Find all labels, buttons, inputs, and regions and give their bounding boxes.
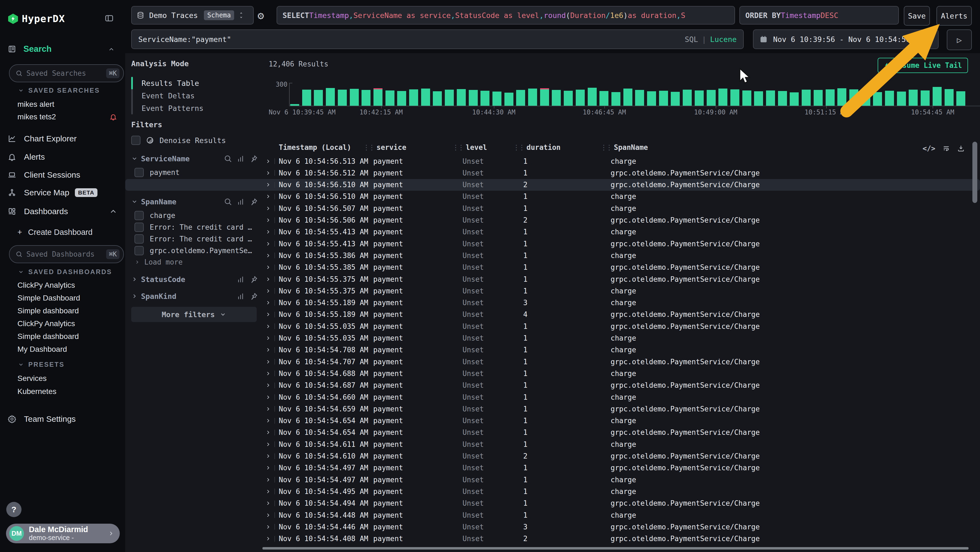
saved-search-item[interactable]: mikes tets2 bbox=[18, 112, 56, 122]
resume-live-tail-button[interactable]: Resume Live Tail bbox=[878, 58, 968, 73]
histogram-bar[interactable] bbox=[718, 89, 727, 106]
column-header-duration[interactable]: ⋮⋮duration bbox=[513, 143, 560, 152]
table-row[interactable]: Nov 6 10:54:56.506 AMpaymentUnset2grpc.o… bbox=[125, 214, 980, 226]
histogram-bar[interactable] bbox=[374, 89, 382, 106]
search-query-input[interactable]: ServiceName:"payment" SQL | Lucene bbox=[131, 29, 744, 49]
histogram-bar[interactable] bbox=[540, 89, 549, 106]
table-row[interactable]: Nov 6 10:54:55.375 AMpaymentUnset1grpc.o… bbox=[125, 273, 980, 285]
saved-dashboard-item[interactable]: ClickPy Analytics bbox=[18, 280, 75, 291]
histogram-bar[interactable] bbox=[742, 91, 751, 106]
histogram-bar[interactable] bbox=[707, 90, 716, 106]
table-row[interactable]: Nov 6 10:54:54.610 AMpaymentUnset2grpc.o… bbox=[125, 450, 980, 462]
histogram-bar[interactable] bbox=[766, 91, 775, 106]
histogram-bar[interactable] bbox=[516, 90, 525, 106]
table-row[interactable]: Nov 6 10:54:55.189 AMpaymentUnset3charge bbox=[125, 297, 980, 309]
histogram-bar[interactable] bbox=[552, 90, 561, 106]
expand-row-icon[interactable] bbox=[265, 158, 271, 164]
histogram-bar[interactable] bbox=[861, 91, 870, 106]
help-button[interactable]: ? bbox=[6, 502, 22, 517]
column-drag-handle[interactable]: ⋮⋮ bbox=[600, 143, 611, 152]
histogram-bar[interactable] bbox=[850, 89, 858, 106]
sidebar-item-search[interactable]: Search bbox=[24, 44, 51, 54]
expand-row-icon[interactable] bbox=[265, 217, 271, 223]
sql-select-input[interactable]: SELECT Timestamp, ServiceName as service… bbox=[277, 6, 735, 24]
histogram-bar[interactable] bbox=[790, 93, 799, 106]
expand-row-icon[interactable] bbox=[265, 170, 271, 176]
expand-row-icon[interactable] bbox=[265, 500, 271, 506]
table-row[interactable]: Nov 6 10:54:54.659 AMpaymentUnset1grpc.o… bbox=[125, 403, 980, 415]
table-row[interactable]: Nov 6 10:54:56.513 AMpaymentUnset1charge bbox=[125, 155, 980, 167]
saved-dashboard-item[interactable]: Simple dashboard bbox=[18, 331, 79, 342]
chevron-up-icon[interactable] bbox=[108, 46, 115, 53]
saved-searches-input[interactable]: Saved Searches ⌘K bbox=[9, 64, 124, 82]
expand-row-icon[interactable] bbox=[265, 288, 271, 294]
vertical-scrollbar[interactable] bbox=[972, 142, 977, 203]
analysis-tab-event-deltas[interactable]: Event Deltas bbox=[142, 89, 195, 102]
expand-row-icon[interactable] bbox=[265, 252, 271, 258]
table-row[interactable]: Nov 6 10:54:54.494 AMpaymentUnset1grpc.o… bbox=[125, 498, 980, 509]
date-range-picker[interactable]: Nov 6 10:39:56 - Nov 6 10:54:56 bbox=[753, 29, 939, 49]
table-row[interactable]: Nov 6 10:54:55.413 AMpaymentUnset1charge bbox=[125, 226, 980, 238]
expand-row-icon[interactable] bbox=[265, 418, 271, 424]
column-drag-handle[interactable]: ⋮⋮ bbox=[452, 143, 463, 152]
expand-row-icon[interactable] bbox=[265, 335, 271, 341]
histogram-bar[interactable] bbox=[350, 89, 359, 106]
table-row[interactable]: Nov 6 10:54:56.510 AMpaymentUnset2grpc.o… bbox=[125, 179, 980, 191]
collapse-sidebar-icon[interactable] bbox=[105, 14, 114, 23]
histogram-bar[interactable] bbox=[564, 91, 573, 106]
table-row[interactable]: Nov 6 10:54:55.035 AMpaymentUnset1grpc.o… bbox=[125, 321, 980, 332]
table-row[interactable]: Nov 6 10:54:56.512 AMpaymentUnset1grpc.o… bbox=[125, 167, 980, 179]
histogram-bar[interactable] bbox=[956, 91, 965, 106]
expand-row-icon[interactable] bbox=[265, 206, 271, 211]
histogram-bar[interactable] bbox=[624, 89, 632, 106]
histogram-bar[interactable] bbox=[433, 91, 442, 106]
histogram-bar[interactable] bbox=[469, 90, 478, 106]
histogram-bar[interactable] bbox=[671, 92, 680, 106]
column-header-service[interactable]: ⋮⋮service bbox=[363, 143, 406, 152]
table-row[interactable]: Nov 6 10:54:54.448 AMpaymentUnset1charge bbox=[125, 509, 980, 521]
alerts-button[interactable]: Alerts bbox=[937, 6, 972, 26]
expand-row-icon[interactable] bbox=[265, 264, 271, 270]
sidebar-item-alerts[interactable]: Alerts bbox=[0, 151, 125, 163]
column-header-spanname[interactable]: ⋮⋮SpanName bbox=[600, 143, 648, 152]
histogram-bar[interactable] bbox=[302, 89, 311, 106]
histogram-bar[interactable] bbox=[635, 90, 644, 106]
preset-item[interactable]: Services bbox=[18, 373, 46, 384]
language-sql-toggle[interactable]: SQL bbox=[685, 35, 698, 44]
histogram-bar[interactable] bbox=[837, 88, 846, 106]
histogram-bar[interactable] bbox=[945, 89, 954, 106]
histogram-bar[interactable] bbox=[576, 89, 585, 106]
saved-dashboards-input[interactable]: Saved Dashboards ⌘K bbox=[9, 245, 124, 263]
histogram-bar[interactable] bbox=[921, 91, 930, 106]
histogram-bar[interactable] bbox=[730, 89, 739, 106]
expand-row-icon[interactable] bbox=[265, 382, 271, 388]
histogram-bar[interactable] bbox=[480, 91, 490, 106]
histogram-bar[interactable] bbox=[814, 90, 822, 106]
table-row[interactable]: Nov 6 10:54:54.611 AMpaymentUnset1charge bbox=[125, 439, 980, 450]
table-row[interactable]: Nov 6 10:54:55.413 AMpaymentUnset1grpc.o… bbox=[125, 238, 980, 250]
histogram-bar[interactable] bbox=[885, 91, 894, 106]
table-row[interactable]: Nov 6 10:54:54.707 AMpaymentUnset1grpc.o… bbox=[125, 356, 980, 367]
histogram-bar[interactable] bbox=[504, 93, 514, 106]
histogram-bar[interactable] bbox=[492, 91, 501, 106]
expand-row-icon[interactable] bbox=[265, 453, 271, 459]
histogram-bar[interactable] bbox=[826, 89, 835, 106]
expand-row-icon[interactable] bbox=[265, 347, 271, 353]
wrap-text-icon[interactable] bbox=[942, 144, 950, 152]
table-row[interactable]: Nov 6 10:54:54.688 AMpaymentUnset1charge bbox=[125, 367, 980, 379]
column-drag-handle[interactable]: ⋮⋮ bbox=[363, 143, 374, 152]
histogram-bar[interactable] bbox=[695, 91, 704, 106]
histogram-bar[interactable] bbox=[873, 92, 882, 106]
analysis-tab-event-patterns[interactable]: Event Patterns bbox=[142, 102, 204, 115]
table-row[interactable]: Nov 6 10:54:54.497 AMpaymentUnset1grpc.o… bbox=[125, 462, 980, 474]
expand-row-icon[interactable] bbox=[265, 394, 271, 400]
expand-row-icon[interactable] bbox=[265, 300, 271, 306]
expand-row-icon[interactable] bbox=[265, 429, 271, 436]
expand-row-icon[interactable] bbox=[265, 441, 271, 447]
histogram-bar[interactable] bbox=[338, 89, 347, 106]
histogram-bar[interactable] bbox=[326, 88, 335, 106]
saved-dashboard-item[interactable]: ClickPy Analytics bbox=[18, 318, 75, 329]
expand-row-icon[interactable] bbox=[265, 524, 271, 530]
save-button[interactable]: Save bbox=[904, 6, 930, 26]
histogram-bar[interactable] bbox=[754, 91, 763, 106]
